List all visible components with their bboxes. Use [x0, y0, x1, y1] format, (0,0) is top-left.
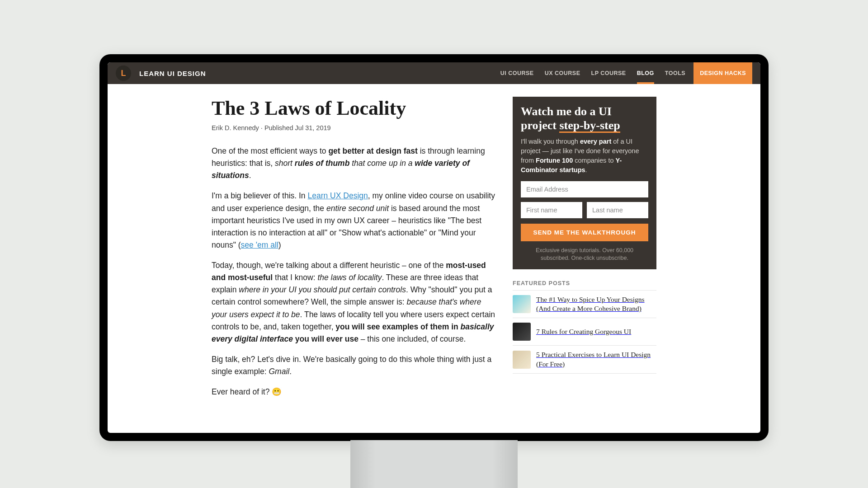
monitor-frame: L LEARN UI DESIGN UI COURSE UX COURSE LP…	[99, 54, 769, 441]
article-author: Erik D. Kennedy	[212, 124, 259, 131]
featured-post[interactable]: 5 Practical Exercises to Learn UI Design…	[513, 346, 656, 373]
optin-lead: I'll walk you through every part of a UI…	[521, 137, 648, 175]
featured-post[interactable]: 7 Rules for Creating Gorgeous UI	[513, 318, 656, 346]
post-thumb-icon	[513, 351, 531, 369]
article-title: The 3 Laws of Locality	[212, 97, 496, 120]
send-walkthrough-button[interactable]: SEND ME THE WALKTHROUGH	[521, 224, 648, 241]
brand-name[interactable]: LEARN UI DESIGN	[139, 70, 206, 77]
nav-ux-course[interactable]: UX COURSE	[539, 62, 586, 84]
link-see-em-all[interactable]: see 'em all	[241, 240, 278, 249]
email-field[interactable]	[521, 181, 648, 197]
optin-heading: Watch me do a UI project step-by-step	[521, 105, 648, 132]
nav-tools[interactable]: TOOLS	[660, 62, 691, 84]
logo-icon[interactable]: L	[116, 66, 131, 81]
article-paragraph: Ever heard of it? 😬	[212, 386, 496, 398]
article-meta: Erik D. Kennedy · Published Jul 31, 2019	[212, 124, 496, 131]
nav-ui-course[interactable]: UI COURSE	[495, 62, 539, 84]
screen: L LEARN UI DESIGN UI COURSE UX COURSE LP…	[108, 62, 760, 433]
published-prefix: Published	[264, 124, 295, 131]
optin-fineprint: Exclusive design tutorials. Over 60,000 …	[521, 247, 648, 262]
featured-posts-label: FEATURED POSTS	[513, 280, 656, 286]
article-paragraph: I'm a big believer of this. In Learn UX …	[212, 190, 496, 251]
link-learn-ux-design[interactable]: Learn UX Design	[307, 191, 368, 200]
nav-design-hacks[interactable]: DESIGN HACKS	[693, 62, 752, 84]
content-area: The 3 Laws of Locality Erik D. Kennedy ·…	[108, 84, 760, 433]
nav-lp-course[interactable]: LP COURSE	[586, 62, 632, 84]
nav-blog[interactable]: BLOG	[632, 62, 660, 84]
last-name-field[interactable]	[587, 202, 648, 218]
post-title: 5 Practical Exercises to Learn UI Design…	[536, 350, 656, 368]
featured-post[interactable]: The #1 Way to Spice Up Your Designs (And…	[513, 291, 656, 318]
article-paragraph: Big talk, eh? Let's dive in. We're basic…	[212, 353, 496, 378]
monitor-stand	[350, 440, 518, 488]
article-paragraph: Today, though, we're talking about a dif…	[212, 259, 496, 345]
email-optin-box: Watch me do a UI project step-by-step I'…	[513, 97, 656, 269]
post-title: 7 Rules for Creating Gorgeous UI	[536, 327, 631, 336]
logo-letter: L	[121, 69, 126, 78]
post-title: The #1 Way to Spice Up Your Designs (And…	[536, 295, 656, 313]
first-name-field[interactable]	[521, 202, 582, 218]
article: The 3 Laws of Locality Erik D. Kennedy ·…	[212, 97, 496, 433]
article-paragraph: One of the most efficient ways to get be…	[212, 145, 496, 182]
featured-post-list: The #1 Way to Spice Up Your Designs (And…	[513, 290, 656, 374]
main-nav: UI COURSE UX COURSE LP COURSE BLOG TOOLS…	[495, 62, 752, 84]
post-thumb-icon	[513, 295, 531, 313]
site-header: L LEARN UI DESIGN UI COURSE UX COURSE LP…	[108, 62, 760, 84]
published-date: Jul 31, 2019	[295, 124, 331, 131]
sidebar: Watch me do a UI project step-by-step I'…	[513, 97, 656, 433]
post-thumb-icon	[513, 323, 531, 341]
